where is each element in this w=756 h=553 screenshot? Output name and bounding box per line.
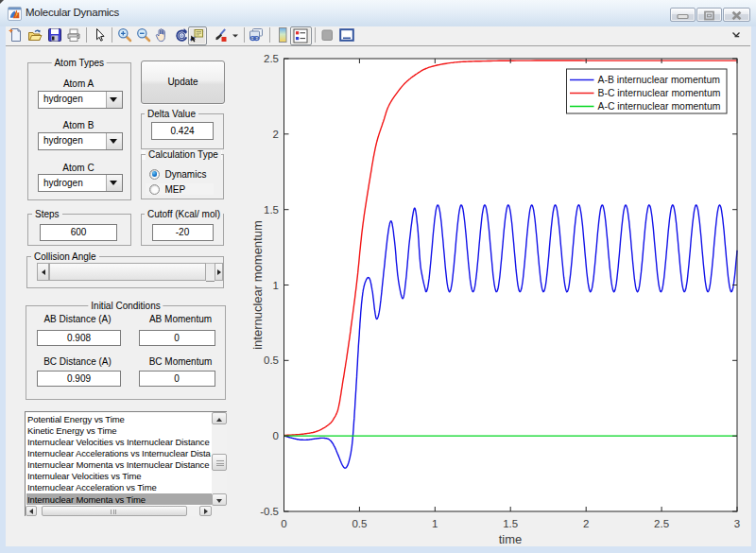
svg-text:0.5: 0.5	[352, 518, 367, 529]
svg-text:2: 2	[273, 129, 279, 140]
svg-text:2.5: 2.5	[264, 53, 279, 64]
svg-text:0.5: 0.5	[264, 354, 279, 366]
svg-text:1: 1	[432, 518, 438, 529]
svg-text:A-B internuclear momentum: A-B internuclear momentum	[598, 75, 720, 85]
svg-text:A-C internuclear momentum: A-C internuclear momentum	[598, 101, 721, 112]
svg-text:0: 0	[273, 430, 279, 441]
svg-text:B-C internuclear momentum: B-C internuclear momentum	[598, 88, 721, 98]
svg-text:-0.5: -0.5	[260, 506, 279, 517]
svg-text:2: 2	[583, 518, 589, 529]
svg-text:internuclear momentum: internuclear momentum	[250, 220, 265, 350]
svg-text:2.5: 2.5	[654, 518, 669, 529]
svg-text:1.5: 1.5	[264, 204, 279, 216]
svg-text:time: time	[499, 532, 523, 546]
svg-text:0: 0	[281, 518, 286, 529]
svg-text:1: 1	[273, 280, 279, 291]
svg-text:1.5: 1.5	[503, 518, 518, 529]
svg-text:3: 3	[734, 518, 740, 529]
